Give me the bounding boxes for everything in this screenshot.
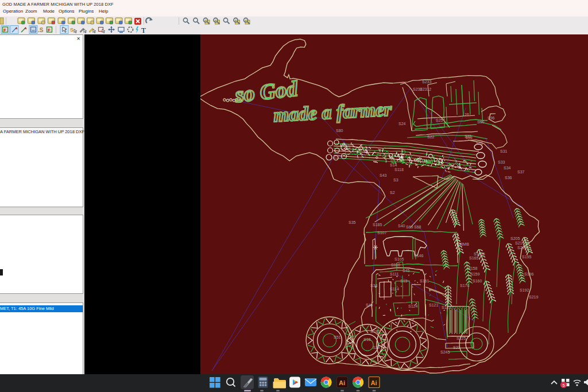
svg-text:S196: S196 bbox=[524, 272, 533, 276]
svg-text:S40: S40 bbox=[398, 224, 405, 228]
svg-text:S80: S80 bbox=[336, 129, 343, 133]
svg-text:S161: S161 bbox=[420, 279, 429, 283]
svg-text:5: 5 bbox=[563, 383, 565, 387]
svg-text:S68: S68 bbox=[414, 225, 421, 229]
svg-text:S14: S14 bbox=[390, 163, 397, 167]
svg-text:S2312: S2312 bbox=[420, 87, 431, 91]
svg-text:S34: S34 bbox=[504, 166, 511, 170]
svg-text:S160: S160 bbox=[473, 279, 482, 283]
svg-text:S35: S35 bbox=[349, 220, 356, 224]
svg-text:S24: S24 bbox=[399, 122, 406, 126]
svg-text:S23: S23 bbox=[453, 346, 461, 350]
svg-text:S124: S124 bbox=[408, 304, 417, 308]
svg-text:so God: so God bbox=[233, 76, 299, 107]
svg-text:S18: S18 bbox=[363, 337, 371, 341]
svg-text:S114: S114 bbox=[390, 287, 399, 291]
svg-text:S36: S36 bbox=[505, 176, 512, 180]
svg-text:S192: S192 bbox=[520, 288, 529, 292]
svg-text:S34: S34 bbox=[370, 284, 378, 288]
svg-text:S25: S25 bbox=[436, 118, 443, 122]
svg-text:S110: S110 bbox=[391, 263, 400, 267]
svg-text:S185: S185 bbox=[373, 223, 382, 227]
svg-text:26: 26 bbox=[465, 112, 469, 117]
svg-text:S1165: S1165 bbox=[474, 252, 485, 256]
svg-text:S96: S96 bbox=[488, 116, 495, 120]
svg-text:S187: S187 bbox=[370, 329, 380, 333]
svg-text:Ai: Ai bbox=[339, 379, 345, 386]
svg-text:S218: S218 bbox=[517, 246, 527, 250]
svg-text:S165: S165 bbox=[469, 256, 478, 260]
svg-text:S51: S51 bbox=[334, 335, 341, 339]
svg-text:S: S bbox=[70, 27, 74, 33]
svg-text:S69: S69 bbox=[406, 225, 413, 229]
svg-text:S37: S37 bbox=[517, 170, 525, 174]
svg-text:S122: S122 bbox=[442, 305, 451, 309]
svg-text:S217: S217 bbox=[515, 241, 524, 245]
svg-text:S105: S105 bbox=[394, 257, 404, 261]
svg-text:S13: S13 bbox=[400, 279, 408, 283]
svg-text:S205: S205 bbox=[510, 236, 520, 240]
svg-text:S103: S103 bbox=[414, 158, 423, 162]
svg-text:S233: S233 bbox=[422, 80, 431, 84]
svg-text:S90: S90 bbox=[477, 120, 485, 124]
svg-text:S245: S245 bbox=[440, 350, 450, 354]
svg-text:S22: S22 bbox=[427, 135, 435, 139]
svg-text:S11: S11 bbox=[465, 134, 471, 138]
svg-text:S3: S3 bbox=[393, 178, 399, 182]
svg-text:S176: S176 bbox=[460, 284, 469, 288]
svg-text:F: F bbox=[3, 28, 6, 33]
svg-text:SBMB: SBMB bbox=[458, 242, 469, 246]
svg-text:S21: S21 bbox=[476, 141, 483, 145]
svg-text:S118: S118 bbox=[394, 168, 404, 172]
svg-text:S219: S219 bbox=[529, 295, 538, 299]
svg-text:S195: S195 bbox=[522, 255, 531, 259]
svg-text:S43: S43 bbox=[380, 173, 387, 177]
svg-text:S29: S29 bbox=[373, 346, 380, 350]
svg-text:S225: S225 bbox=[457, 336, 466, 340]
svg-text:S31: S31 bbox=[500, 149, 508, 153]
svg-text:T: T bbox=[141, 26, 146, 34]
svg-text:S1: S1 bbox=[345, 143, 350, 148]
svg-text:S46: S46 bbox=[366, 303, 373, 307]
svg-text:S121: S121 bbox=[429, 303, 438, 307]
svg-text:F: F bbox=[48, 28, 51, 33]
svg-text:S146: S146 bbox=[414, 254, 423, 258]
svg-text:S45: S45 bbox=[403, 269, 410, 273]
svg-text:S159: S159 bbox=[470, 272, 479, 276]
svg-text:S107: S107 bbox=[377, 231, 386, 235]
svg-text:S111: S111 bbox=[390, 272, 399, 276]
svg-text:Ai: Ai bbox=[371, 379, 377, 386]
svg-text:.S: .S bbox=[38, 27, 44, 33]
svg-text:S2: S2 bbox=[390, 191, 395, 195]
svg-text:made a farmer: made a farmer bbox=[273, 98, 392, 126]
svg-text:S158: S158 bbox=[468, 266, 477, 270]
svg-text:S33: S33 bbox=[498, 160, 505, 164]
